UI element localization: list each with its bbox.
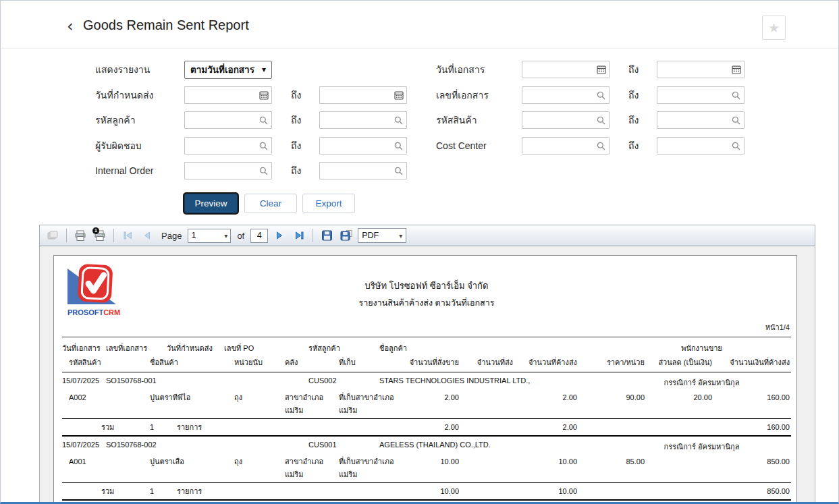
summary-label: รวม — [101, 485, 150, 497]
search-field — [657, 137, 745, 155]
hdr-qty-sent: จำนวนที่ส่ง — [460, 356, 514, 368]
calendar-icon[interactable] — [597, 65, 606, 74]
unit-cell: ถุง — [234, 391, 285, 404]
summary-amount: 850.00 — [713, 487, 791, 495]
customer-code-cell: CUS001 — [308, 441, 379, 449]
report-type-select[interactable]: ตามวันที่เอกสาร▾ — [184, 61, 272, 79]
search-icon[interactable] — [394, 141, 404, 150]
discount-cell: 20.00 — [646, 391, 713, 404]
search-icon[interactable] — [732, 141, 741, 150]
table-header-row1: วันที่เอกสารเลขที่เอกสารวันที่กำหนดส่งเล… — [62, 337, 791, 354]
report-company-name: บริษัท โปรซอฟท์ ซีอาร์เอ็ม จำกัด — [62, 279, 791, 293]
of-label: of — [237, 231, 244, 241]
first-page-icon[interactable] — [119, 227, 136, 244]
table-header-row2: รหัสสินค้าชื่อสินค้าหน่วยนับคลังที่เก็บจ… — [62, 354, 791, 372]
summary-qty-remain: 10.00 — [514, 487, 578, 495]
page-number-value: 1 — [191, 231, 196, 240]
export-format-value: PDF — [362, 231, 379, 240]
summary-count: 1 — [150, 423, 177, 431]
hdr-doc-date: วันที่เอกสาร — [62, 342, 106, 354]
date-field — [522, 61, 610, 78]
report-title: รายงานสินค้าค้างส่ง ตามวันที่เอกสาร — [62, 296, 791, 310]
search-icon[interactable] — [259, 141, 269, 150]
item-name-cell: ปูนตราทีพีไอ — [150, 391, 234, 404]
viewer-canvas[interactable]: PROSOFTCRM บริษัท โปรซอฟท์ ซีอาร์เอ็ม จำ… — [40, 247, 815, 504]
location-cell: ที่เก็บสาขาอำเภอแม่ริม — [339, 455, 400, 481]
unit-price-cell: 90.00 — [578, 391, 646, 404]
report-header: PROSOFTCRM บริษัท โปรซอฟท์ ซีอาร์เอ็ม จำ… — [62, 256, 791, 337]
calendar-icon[interactable] — [259, 90, 269, 100]
filters-left-column: แสดงรายงานตามวันที่เอกสาร▾วันที่กำหนดส่ง… — [95, 61, 407, 188]
hdr-customer-code: รหัสลูกค้า — [308, 342, 379, 354]
viewer-toolbar: 1 Page 1 ▾ of 4 — [40, 225, 815, 246]
print-page-badge: 1 — [92, 227, 99, 234]
clear-button[interactable]: Clear — [244, 194, 297, 213]
summary-row: รวม1รายการ10.0010.00850.00 — [62, 482, 791, 501]
chevron-down-icon: ▾ — [262, 65, 266, 74]
search-icon[interactable] — [259, 166, 269, 175]
chevron-down-icon: ▾ — [399, 232, 402, 240]
save-icon[interactable] — [319, 227, 335, 244]
search-icon[interactable] — [597, 141, 606, 150]
print-layout-icon[interactable] — [45, 227, 61, 244]
range-to-label: ถึง — [291, 88, 319, 103]
filter-label: ผู้รับผิดชอบ — [95, 138, 184, 153]
filter-row: วันที่เอกสารถึง — [436, 61, 745, 78]
export-button[interactable]: Export — [302, 194, 355, 213]
amount-cell: 160.00 — [713, 391, 791, 404]
favorite-button[interactable]: ★ — [762, 16, 786, 40]
range-to-label: ถึง — [291, 163, 319, 178]
hdr-salesperson: พนักงานขาย — [612, 342, 791, 354]
range-to-label: ถึง — [628, 138, 657, 153]
customer-code-cell: CUS002 — [308, 376, 379, 385]
search-icon[interactable] — [394, 115, 404, 125]
item-name-cell: ปูนตราเสือ — [150, 455, 234, 468]
search-field — [522, 137, 610, 155]
hdr-qty-remain: จำนวนที่ค้างส่ง — [514, 356, 578, 368]
page-number-combobox[interactable]: 1 ▾ — [188, 229, 231, 243]
filter-row: Cost Centerถึง — [436, 137, 745, 155]
hdr-qty-ordered: จำนวนที่สั่งขาย — [400, 356, 460, 368]
doc-no-cell: SO150768-001 — [106, 376, 167, 385]
search-icon[interactable] — [732, 90, 741, 100]
last-page-icon[interactable] — [291, 227, 307, 244]
summary-count: 1 — [150, 487, 177, 495]
qty-ordered-cell: 2.00 — [400, 391, 460, 404]
filter-row: วันที่กำหนดส่งถึง — [95, 86, 407, 104]
order-row: 15/07/2025SO150768-001CUS002STARS TECHNO… — [62, 372, 791, 389]
report-page-indicator: หน้า1/4 — [765, 321, 790, 333]
chevron-down-icon: ▾ — [224, 232, 227, 240]
warehouse-cell: สาขาอำเภอแม่ริม — [285, 391, 339, 417]
export-format-select[interactable]: PDF ▾ — [358, 228, 406, 243]
print-current-page-icon[interactable]: 1 — [92, 227, 108, 244]
filter-row: รหัสสินค้าถึง — [436, 111, 745, 129]
report-type-value: ตามวันที่เอกสาร — [190, 62, 254, 77]
filter-row: Internal Orderถึง — [95, 162, 407, 179]
calendar-icon[interactable] — [394, 90, 404, 100]
search-icon[interactable] — [394, 166, 404, 175]
summary-qty-remain: 2.00 — [514, 423, 578, 431]
search-field — [657, 111, 745, 129]
range-to-label: ถึง — [628, 62, 657, 77]
prev-page-icon[interactable] — [139, 227, 155, 244]
search-icon[interactable] — [597, 90, 606, 100]
filter-label: Cost Center — [436, 140, 522, 151]
filter-label: วันที่กำหนดส่ง — [95, 88, 184, 103]
customer-name-cell: STARS TECHNOLOGIES INDUSTRIAL LTD., — [379, 376, 612, 385]
next-page-icon[interactable] — [271, 227, 288, 244]
filter-label: วันที่เอกสาร — [436, 62, 522, 77]
summary-label: รวม — [101, 421, 150, 433]
print-icon[interactable] — [72, 227, 88, 244]
calendar-icon[interactable] — [732, 65, 741, 74]
toolbar-separator — [113, 229, 114, 242]
preview-button[interactable]: Preview — [184, 194, 238, 213]
search-field — [319, 162, 407, 179]
star-icon: ★ — [768, 20, 780, 35]
save-all-icon[interactable] — [338, 227, 354, 244]
hdr-item-name: ชื่อสินค้า — [150, 356, 234, 368]
search-icon[interactable] — [597, 115, 606, 125]
search-icon[interactable] — [732, 115, 741, 125]
search-icon[interactable] — [259, 115, 269, 125]
page-title: Goods Remain Sent Report — [83, 18, 249, 33]
back-icon[interactable]: ‹ — [67, 16, 74, 37]
